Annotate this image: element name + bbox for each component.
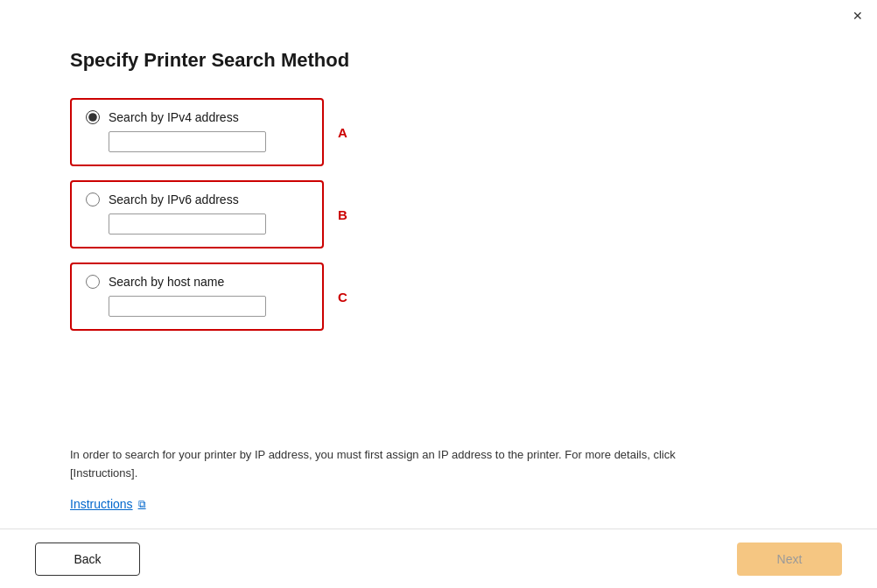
option-header-ipv4: Search by IPv4 address bbox=[86, 110, 308, 124]
back-button[interactable]: Back bbox=[35, 542, 140, 576]
next-button[interactable]: Next bbox=[737, 542, 842, 576]
input-ipv6[interactable] bbox=[109, 214, 266, 234]
option-row-c: Search by host name C bbox=[70, 262, 807, 331]
option-header-ipv6: Search by IPv6 address bbox=[86, 192, 308, 206]
info-text: In order to search for your printer by I… bbox=[70, 446, 726, 483]
option-header-hostname: Search by host name bbox=[86, 275, 308, 289]
option-row-b: Search by IPv6 address B bbox=[70, 180, 807, 248]
radio-ipv6[interactable] bbox=[86, 192, 100, 206]
radio-ipv4[interactable] bbox=[86, 110, 100, 124]
option-letter-c: C bbox=[338, 290, 355, 304]
instructions-link[interactable]: Instructions ⧉ bbox=[70, 497, 807, 511]
option-label-hostname: Search by host name bbox=[109, 275, 224, 289]
option-box-hostname[interactable]: Search by host name bbox=[70, 262, 324, 331]
instructions-label: Instructions bbox=[70, 497, 133, 511]
option-box-ipv6[interactable]: Search by IPv6 address bbox=[70, 180, 324, 248]
page-title: Specify Printer Search Method bbox=[70, 49, 807, 72]
option-label-ipv6: Search by IPv6 address bbox=[109, 192, 239, 206]
option-letter-b: B bbox=[338, 207, 355, 222]
option-letter-a: A bbox=[338, 125, 355, 140]
option-label-ipv4: Search by IPv4 address bbox=[109, 110, 239, 124]
external-link-icon: ⧉ bbox=[138, 498, 146, 510]
bottom-bar: Back Next bbox=[0, 528, 877, 588]
title-bar: ✕ bbox=[0, 0, 877, 32]
close-button[interactable]: ✕ bbox=[849, 7, 866, 24]
option-row-a: Search by IPv4 address A bbox=[70, 98, 807, 166]
option-box-ipv4[interactable]: Search by IPv4 address bbox=[70, 98, 324, 166]
content-area: Specify Printer Search Method Search by … bbox=[0, 32, 877, 528]
input-hostname[interactable] bbox=[109, 296, 266, 317]
options-area: Search by IPv4 address A Search by IPv6 … bbox=[70, 98, 807, 331]
main-window: ✕ Specify Printer Search Method Search b… bbox=[0, 0, 877, 588]
radio-hostname[interactable] bbox=[86, 275, 100, 289]
input-ipv4[interactable] bbox=[109, 131, 266, 152]
